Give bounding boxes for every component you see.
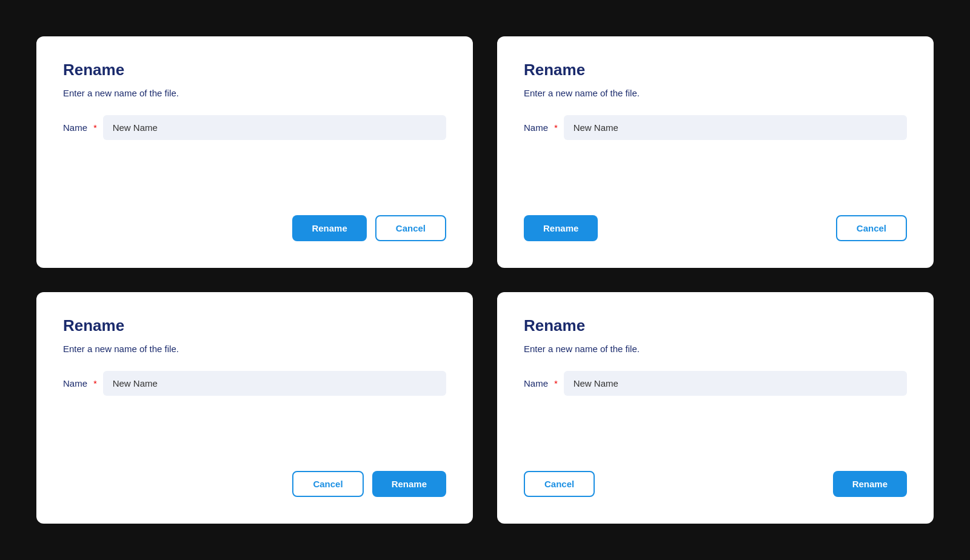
dialog-top-left: Rename Enter a new name of the file. Nam…: [36, 36, 473, 268]
name-input-bottom-right[interactable]: [564, 371, 907, 396]
dialog-top-right: Rename Enter a new name of the file. Nam…: [497, 36, 934, 268]
actions-bottom-left: Cancel Rename: [63, 471, 446, 497]
name-label-top-right: Name *: [524, 122, 558, 133]
dialog-subtitle-top-right: Enter a new name of the file.: [524, 88, 907, 98]
form-row-bottom-left: Name *: [63, 371, 446, 396]
dialog-subtitle-bottom-left: Enter a new name of the file.: [63, 344, 446, 354]
dialog-bottom-left: Rename Enter a new name of the file. Nam…: [36, 292, 473, 524]
rename-button-top-right[interactable]: Rename: [524, 215, 598, 241]
dialog-subtitle-bottom-right: Enter a new name of the file.: [524, 344, 907, 354]
dialog-title-bottom-right: Rename: [524, 316, 907, 335]
required-star-top-left: *: [93, 123, 96, 133]
dialog-subtitle-top-left: Enter a new name of the file.: [63, 88, 446, 98]
rename-button-top-left[interactable]: Rename: [292, 215, 366, 241]
required-star-top-right: *: [554, 123, 557, 133]
name-label-bottom-right: Name *: [524, 378, 558, 388]
dialog-title-top-right: Rename: [524, 61, 907, 79]
cancel-button-bottom-right[interactable]: Cancel: [524, 471, 595, 497]
form-row-bottom-right: Name *: [524, 371, 907, 396]
cancel-button-bottom-left[interactable]: Cancel: [292, 471, 363, 497]
actions-bottom-right: Cancel Rename: [524, 471, 907, 497]
form-row-top-left: Name *: [63, 115, 446, 140]
name-label-top-left: Name *: [63, 122, 97, 133]
dialog-bottom-right: Rename Enter a new name of the file. Nam…: [497, 292, 934, 524]
required-star-bottom-right: *: [554, 379, 557, 388]
required-star-bottom-left: *: [93, 379, 96, 388]
name-input-top-right[interactable]: [564, 115, 907, 140]
dialog-title-bottom-left: Rename: [63, 316, 446, 335]
actions-top-left: Rename Cancel: [63, 215, 446, 241]
rename-button-bottom-right[interactable]: Rename: [833, 471, 907, 497]
dialog-title-top-left: Rename: [63, 61, 446, 79]
name-input-top-left[interactable]: [103, 115, 446, 140]
form-row-top-right: Name *: [524, 115, 907, 140]
cancel-button-top-right[interactable]: Cancel: [836, 215, 907, 241]
name-input-bottom-left[interactable]: [103, 371, 446, 396]
actions-top-right: Rename Cancel: [524, 215, 907, 241]
rename-button-bottom-left[interactable]: Rename: [372, 471, 446, 497]
cancel-button-top-left[interactable]: Cancel: [375, 215, 446, 241]
name-label-bottom-left: Name *: [63, 378, 97, 388]
